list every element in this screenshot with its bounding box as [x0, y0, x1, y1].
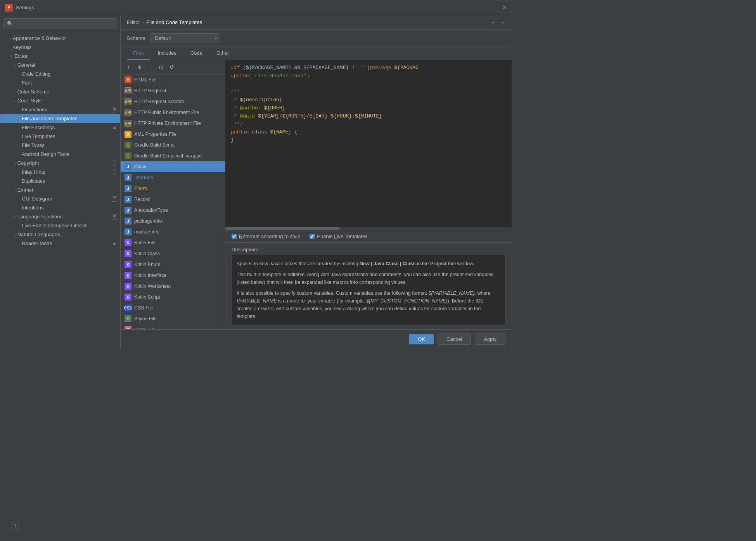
sidebar-item-language-injections[interactable]: › Language Injections ☰ [0, 212, 120, 221]
sidebar-item-appearance[interactable]: › Appearance & Behavior [0, 34, 120, 43]
sidebar-item-label: File Encodings [22, 124, 55, 130]
arrow-icon [10, 45, 11, 50]
sidebar-item-file-types[interactable]: File Types [0, 141, 120, 150]
template-item-record[interactable]: J Record [121, 194, 225, 205]
template-item-module-info[interactable]: J module-info [121, 226, 225, 237]
template-item-label: Gradle Build Script [134, 142, 175, 148]
template-item-http-private-env[interactable]: API HTTP Private Environment File [121, 118, 225, 129]
template-item-label: Record [134, 197, 150, 202]
template-item-label: Kotlin Worksheet [134, 283, 171, 289]
breadcrumb-current: File and Code Templates [146, 19, 202, 25]
template-item-html-file[interactable]: H HTML File [121, 74, 225, 85]
template-item-kotlin-interface[interactable]: K Kotlin Interface [121, 270, 225, 281]
template-item-sass-file[interactable]: S Sass File [121, 324, 225, 329]
sidebar-item-label: Natural Languages [17, 232, 60, 237]
code-scrollbar[interactable] [225, 227, 512, 230]
sidebar-item-file-code-templates[interactable]: File and Code Templates [0, 114, 120, 123]
sidebar-item-code-editing[interactable]: Code Editing [0, 69, 120, 78]
apply-button[interactable]: Apply [475, 334, 505, 345]
template-item-annotation-type[interactable]: J AnnotationType [121, 205, 225, 216]
arrow-icon: › [14, 99, 16, 103]
reformat-checkbox[interactable] [232, 234, 237, 239]
sidebar-item-live-templates[interactable]: Live Templates [0, 132, 120, 141]
forward-button[interactable]: → [500, 19, 505, 26]
duplicate-button[interactable]: ⊡ [156, 62, 166, 72]
live-templates-checkbox[interactable] [310, 234, 315, 239]
code-line: * @date ${YEAR}/${MONTH}/${DAY} ${HOUR}:… [231, 112, 506, 121]
sidebar-item-general[interactable]: › General [0, 60, 120, 69]
search-input[interactable] [15, 21, 114, 26]
stylus-icon: S [125, 315, 131, 322]
reformat-checkbox-label[interactable]: Reformat according to style [232, 233, 300, 239]
ok-button[interactable]: OK [409, 334, 434, 344]
tab-other[interactable]: Other [210, 47, 235, 60]
template-item-css-file[interactable]: CSS CSS File [121, 302, 225, 313]
description-box: Applies to new Java classes that are cre… [232, 255, 505, 325]
sidebar-item-label: Live Templates [22, 133, 55, 139]
template-item-gradle-build[interactable]: G Gradle Build Script [121, 140, 225, 150]
sidebar-item-android-design-tools[interactable]: Android Design Tools [0, 150, 120, 159]
sidebar-item-color-scheme[interactable]: › Color Scheme [0, 87, 120, 96]
sidebar-item-label: Intentions [22, 205, 43, 211]
sidebar-item-reader-mode[interactable]: Reader Mode ☰ [0, 239, 120, 248]
reset-button[interactable]: ↺ [167, 62, 176, 72]
back-button[interactable]: ← [491, 19, 497, 26]
tabs-bar: Files Includes Code Other [121, 47, 512, 60]
arrow-icon [19, 179, 20, 183]
sidebar-item-live-edit-compose[interactable]: Live Edit of Compose Literals [0, 221, 120, 230]
template-item-kotlin-script[interactable]: K Kotlin Script [121, 292, 225, 302]
template-item-kotlin-worksheet[interactable]: K Kotlin Worksheet [121, 281, 225, 292]
arrow-icon [19, 143, 20, 148]
template-item-http-public-env[interactable]: API HTTP Public Environment File [121, 107, 225, 118]
template-item-gradle-build-wrapper[interactable]: G Gradle Build Script with wrappe [121, 150, 225, 161]
template-item-xml-properties[interactable]: X XML Properties File [121, 129, 225, 140]
gradle-icon: G [125, 142, 131, 149]
description-area: Description: Applies to new Java classes… [225, 242, 512, 329]
sidebar-item-code-style[interactable]: › Code Style [0, 96, 120, 105]
sidebar-item-inspections[interactable]: Inspections ☰ [0, 105, 120, 114]
template-item-package-info[interactable]: J package-info [121, 216, 225, 226]
add-button[interactable]: + [124, 62, 133, 72]
template-item-http-request[interactable]: API HTTP Request [121, 85, 225, 96]
sidebar-item-label: Language Injections [17, 214, 62, 220]
remove-button[interactable]: − [145, 62, 155, 72]
sidebar-item-natural-languages[interactable]: › Natural Languages [0, 230, 120, 239]
arrow-icon: › [14, 214, 16, 219]
live-templates-checkbox-label[interactable]: Enable Live Templates [310, 233, 368, 239]
search-box[interactable]: 🔍 [3, 18, 117, 29]
template-item-interface[interactable]: J Interface [121, 172, 225, 183]
template-item-label: XML Properties File [134, 131, 176, 137]
sidebar-item-gui-designer[interactable]: GUI Designer ☰ [0, 194, 120, 203]
template-item-enum[interactable]: J Enum [121, 183, 225, 194]
template-item-kotlin-class[interactable]: K Kotlin Class [121, 248, 225, 259]
titlebar: P Settings ✕ [0, 0, 512, 15]
sidebar-item-copyright[interactable]: › Copyright ☰ [0, 159, 120, 168]
sidebar-item-file-encodings[interactable]: File Encodings ☰ [0, 123, 120, 132]
arrow-icon [19, 152, 20, 157]
sidebar-item-font[interactable]: Font [0, 78, 120, 87]
copy-button[interactable]: ⊞ [135, 62, 144, 72]
tab-code[interactable]: Code [184, 47, 209, 60]
template-item-kotlin-file[interactable]: K Kotlin File [121, 237, 225, 248]
sidebar-item-label: Keymap [12, 44, 31, 50]
sidebar-item-intentions[interactable]: Intentions [0, 203, 120, 212]
code-line: * @author ${USER} [231, 104, 506, 112]
template-item-label: Kotlin Class [134, 251, 160, 256]
cancel-button[interactable]: Cancel [438, 334, 471, 345]
template-item-kotlin-enum[interactable]: K Kotlin Enum [121, 259, 225, 270]
close-button[interactable]: ✕ [502, 4, 507, 11]
tab-includes[interactable]: Includes [151, 47, 182, 60]
sidebar-item-duplicates[interactable]: Duplicates [0, 176, 120, 185]
scheme-select[interactable]: Default Project [151, 33, 220, 43]
sidebar-item-editor[interactable]: ∨ Editor [0, 52, 120, 60]
sidebar-item-emmet[interactable]: › Emmet [0, 185, 120, 194]
tab-files[interactable]: Files [127, 47, 150, 60]
template-item-http-request-scratch[interactable]: API HTTP Request Scratch [121, 96, 225, 107]
sidebar-item-keymap[interactable]: Keymap [0, 43, 120, 52]
template-item-label: Kotlin Enum [134, 262, 160, 267]
api-icon: API [125, 109, 131, 116]
code-editor[interactable]: #if (${PACKAGE_NAME} && ${PACKAGE_NAME} … [225, 60, 512, 227]
template-item-stylus-file[interactable]: S Stylus File [121, 313, 225, 324]
template-item-class[interactable]: J Class [121, 161, 225, 172]
sidebar-item-inlay-hints[interactable]: Inlay Hints ☰ [0, 168, 120, 176]
